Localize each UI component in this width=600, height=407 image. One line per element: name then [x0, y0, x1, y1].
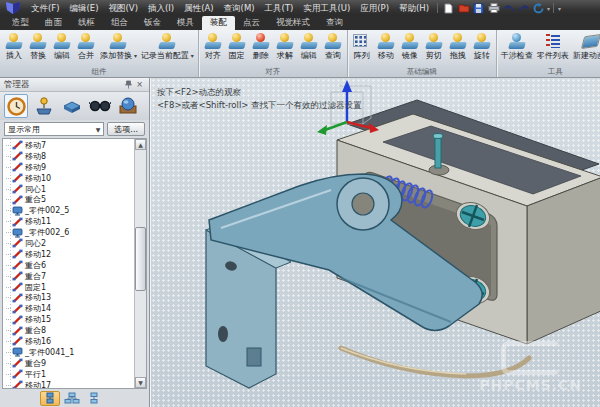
tree-item-label: 平行1	[25, 369, 46, 380]
tree-view-tab-2-icon[interactable]	[62, 391, 82, 406]
menu-item[interactable]: 查询(M)	[219, 0, 260, 16]
ribbon-tab[interactable]: 模具	[169, 16, 202, 30]
refresh-dropdown-caret[interactable]: ▾	[547, 5, 550, 12]
tree-item[interactable]: 重合8	[3, 325, 134, 336]
ribbon-button[interactable]: 删除	[249, 31, 273, 66]
tree-item[interactable]: 移动13	[3, 292, 134, 303]
ribbon-tab[interactable]: 点云	[235, 16, 268, 30]
ribbon-button[interactable]: 编辑	[297, 31, 321, 66]
ribbon-tab[interactable]: 视觉样式	[268, 16, 318, 30]
menu-item[interactable]: 视图(V)	[104, 0, 143, 16]
open-icon[interactable]	[457, 2, 470, 14]
tree-item[interactable]: 移动17	[3, 380, 134, 388]
ribbon-button[interactable]: 添加替换	[98, 31, 139, 66]
scroll-down-icon[interactable]: ▼	[135, 377, 146, 388]
pin-icon[interactable]	[123, 79, 134, 90]
tree-item[interactable]: _零件002_5	[3, 205, 134, 216]
tree-view-tab-3-icon[interactable]	[84, 391, 104, 406]
scroll-up-icon[interactable]: ▲	[135, 139, 146, 150]
viewport-3d[interactable]: 按下<F2>动态的观察 <F8>或者<Shift-roll> 查找下一个有效的过…	[150, 78, 600, 407]
tree-item[interactable]: _零件002_6	[3, 227, 134, 238]
tree-scrollbar[interactable]: ▲ ▼	[134, 139, 146, 388]
ribbon-button[interactable]: 拖拽	[446, 31, 470, 66]
ribbon-tab[interactable]: 线框	[70, 16, 103, 30]
ribbon-button[interactable]: 对齐	[201, 31, 225, 66]
options-button[interactable]: 选项...	[107, 122, 145, 136]
ribbon-button[interactable]: 镜像	[398, 31, 422, 66]
tree-connector	[6, 276, 11, 277]
ribbon-button[interactable]: 干涉检查	[499, 31, 535, 66]
ribbon-button[interactable]: 插入	[2, 31, 26, 66]
ribbon-button[interactable]: 求解	[273, 31, 297, 66]
tree-item[interactable]: _零件0041_1	[3, 347, 134, 358]
tree-item[interactable]: 移动14	[3, 303, 134, 314]
ribbon-tab[interactable]: 钣金	[136, 16, 169, 30]
ribbon-button[interactable]: 查询	[321, 31, 345, 66]
tree-item[interactable]: 移动7	[3, 140, 134, 151]
menu-item[interactable]: 工具(T)	[260, 0, 299, 16]
tree-item[interactable]: 移动8	[3, 151, 134, 162]
filter-dropdown[interactable]: 显示常用 ▼	[4, 122, 104, 136]
hint-line-2: <F8>或者<Shift-roll> 查找下一个有效的过滤器设置	[157, 99, 362, 112]
save-icon[interactable]	[472, 2, 485, 14]
refresh-icon[interactable]	[532, 2, 545, 14]
tree-item[interactable]: 重合7	[3, 271, 134, 282]
ribbon-button[interactable]: 剪切	[422, 31, 446, 66]
menu-item[interactable]: 属性(A)	[179, 0, 218, 16]
tree-item[interactable]: 同心2	[3, 238, 134, 249]
ribbon-button[interactable]: 替换	[26, 31, 50, 66]
ribbon-button[interactable]: 固定	[225, 31, 249, 66]
solids-manager-icon[interactable]	[60, 94, 84, 118]
menu-item[interactable]: 应用(P)	[355, 0, 394, 16]
ribbon-tab[interactable]: 装配	[202, 16, 235, 30]
menu-item[interactable]: 插入(I)	[143, 0, 179, 16]
ribbon-tab[interactable]: 曲面	[37, 16, 70, 30]
ribbon-tab[interactable]: 造型	[4, 16, 37, 30]
tree-item[interactable]: 移动16	[3, 336, 134, 347]
tree-connector	[6, 254, 11, 255]
history-manager-icon[interactable]	[4, 94, 28, 118]
ribbon-button[interactable]: 记录当前配置	[139, 31, 196, 66]
assembly-manager-icon[interactable]	[32, 94, 56, 118]
new-document-icon[interactable]	[442, 2, 455, 14]
tree-item-label: 重合6	[25, 260, 46, 271]
undo-icon[interactable]	[502, 2, 515, 14]
redo-icon[interactable]	[517, 2, 530, 14]
tree-item-icon	[12, 238, 23, 248]
scrollbar-thumb[interactable]	[135, 227, 146, 291]
tree-item[interactable]: 移动11	[3, 216, 134, 227]
ribbon-tab[interactable]: 组合	[103, 16, 136, 30]
tree-item[interactable]: 重合5	[3, 194, 134, 205]
tree-item[interactable]: 移动15	[3, 314, 134, 325]
tree-item[interactable]: 重合9	[3, 358, 134, 369]
tree-item[interactable]: 移动12	[3, 249, 134, 260]
ribbon-button[interactable]: 旋转	[470, 31, 494, 66]
tree-item-icon	[12, 358, 23, 368]
ribbon-button[interactable]: 阵列	[350, 31, 374, 66]
print-icon[interactable]	[487, 2, 500, 14]
ribbon-button[interactable]: 移动	[374, 31, 398, 66]
ribbon-tab[interactable]: 查询	[318, 16, 351, 30]
tree-item[interactable]: 固定1	[3, 282, 134, 293]
tree-view-tab-1-icon[interactable]	[40, 391, 60, 406]
visualize-manager-icon[interactable]	[88, 94, 112, 118]
toolbar-overflow-caret[interactable]: ▾	[558, 5, 561, 12]
ribbon-button[interactable]: 零件列表	[535, 31, 571, 66]
tree-item[interactable]: 移动10	[3, 173, 134, 184]
ribbon-button[interactable]: 合并	[74, 31, 98, 66]
tree-item[interactable]: 平行1	[3, 369, 134, 380]
menu-item[interactable]: 帮助(H)	[394, 0, 434, 16]
menu-item[interactable]: 实用工具(U)	[298, 0, 355, 16]
tree-item[interactable]: 重合6	[3, 260, 134, 271]
menu-item[interactable]: 编辑(E)	[65, 0, 104, 16]
close-icon[interactable]: ×	[134, 79, 145, 90]
ribbon-button-icon	[448, 33, 468, 49]
tree-item[interactable]: 同心1	[3, 184, 134, 195]
tree-connector	[6, 189, 11, 190]
ribbon-button[interactable]: 编辑	[50, 31, 74, 66]
ribbon-button-icon	[52, 33, 72, 49]
tree-item[interactable]: 移动9	[3, 162, 134, 173]
render-manager-icon[interactable]	[116, 94, 140, 118]
ribbon-button[interactable]: 新建动画	[571, 31, 600, 66]
menu-item[interactable]: 文件(F)	[26, 0, 65, 16]
